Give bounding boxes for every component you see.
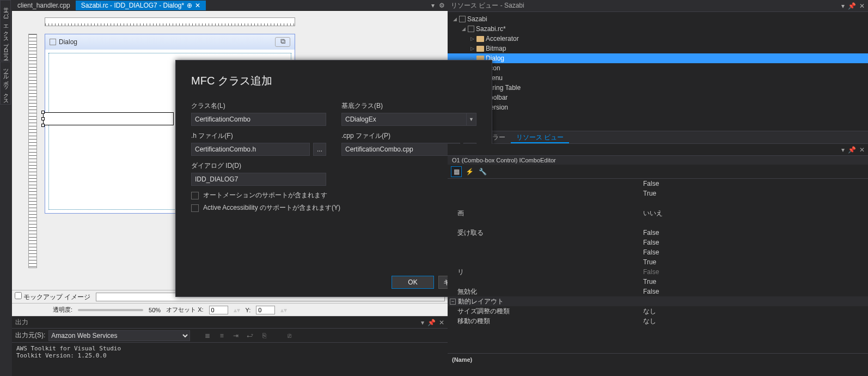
cpp-file-input[interactable] [341, 143, 460, 156]
prop-category[interactable]: −動的レイアウト [448, 296, 868, 306]
events-button[interactable]: ⚡ [464, 166, 475, 177]
stepper-icon[interactable]: ▴▾ [234, 306, 240, 314]
dropdown-icon[interactable]: ▾ [841, 146, 845, 154]
tree-row[interactable]: ▷Accelerator [448, 34, 868, 44]
prop-desc-title: (Name) [452, 356, 472, 363]
h-file-browse-button[interactable]: ... [313, 143, 326, 156]
pin-icon[interactable]: ⊕ [187, 2, 192, 9]
categorized-button[interactable]: ▦ [451, 166, 462, 177]
expand-icon[interactable]: ▷ [469, 46, 475, 51]
prop-row[interactable]: 受け取るFalse [448, 228, 868, 238]
dropdown-icon[interactable]: ▾ [841, 2, 845, 10]
collapse-icon[interactable]: − [450, 299, 456, 305]
pin-icon[interactable]: 📌 [848, 2, 856, 10]
prop-row[interactable]: サイズ調整の種類なし [448, 306, 868, 316]
tree-row-dialog[interactable]: ▷Dialog [448, 53, 868, 63]
h-file-input[interactable] [191, 143, 310, 156]
vertical-ruler [28, 34, 37, 268]
prop-row[interactable]: 画いいえ [448, 208, 868, 218]
tree-row[interactable]: ◢Sazabi [448, 14, 868, 24]
close-icon[interactable]: ✕ [859, 2, 865, 10]
toolbar-btn[interactable]: ⎘ [259, 331, 270, 341]
gear-icon[interactable]: ⚙ [439, 2, 445, 9]
rc-icon [468, 26, 474, 32]
resource-tree[interactable]: ◢Sazabi ◢Sazabi.rc* ▷Accelerator ▷Bitmap… [448, 12, 868, 131]
toolbar-btn[interactable]: ⮐ [244, 331, 255, 341]
dialog-id-input[interactable] [191, 173, 326, 186]
properties-toolbar: ▦ ⚡ 🔧 [448, 165, 868, 179]
close-icon[interactable]: ✕ [859, 146, 865, 154]
base-class-select[interactable]: CDialogEx [341, 113, 467, 126]
prop-row[interactable]: False [448, 238, 868, 247]
tab-client-handler[interactable]: client_handler.cpp [12, 1, 76, 10]
output-text[interactable]: AWS Toolkit for Visual Studio Toolkit Ve… [12, 343, 448, 376]
output-source-select[interactable]: Amazon Web Services [48, 330, 190, 341]
vtab-toolbox[interactable]: ツールボックス [0, 62, 11, 105]
dialog-id-label: ダイアログ ID(D) [191, 161, 326, 171]
offset-x-input[interactable] [209, 306, 228, 314]
chevron-down-icon[interactable]: ▼ [467, 113, 476, 126]
tab-resource-view[interactable]: リソース ビュー [511, 131, 569, 143]
resize-handle[interactable] [41, 111, 45, 114]
opacity-slider[interactable] [78, 309, 143, 311]
tree-row[interactable]: Toolbar [448, 93, 868, 102]
dropdown-icon[interactable]: ▾ [431, 2, 435, 9]
dialog-preview-titlebar[interactable]: Dialog ⧉ [45, 34, 295, 50]
tree-row[interactable]: ◢Sazabi.rc* [448, 24, 868, 34]
expand-icon[interactable]: ▷ [469, 36, 475, 41]
dropdown-icon[interactable]: ▾ [421, 319, 424, 326]
ok-button[interactable]: OK [392, 276, 434, 289]
properties-button[interactable]: 🔧 [477, 166, 488, 177]
toolbar-btn[interactable]: ⎚ [284, 331, 295, 341]
prop-row[interactable]: 無効化False [448, 287, 868, 296]
prop-row[interactable]: True [448, 277, 868, 287]
accessibility-label: Active Accessibility のサポートが含まれます(Y) [203, 203, 340, 213]
resource-view-header: リソース ビュー - Sazabi ▾ 📌 ✕ [448, 0, 868, 12]
stepper-icon[interactable]: ▴▾ [280, 306, 287, 314]
output-panel: 出力 ▾ 📌 ✕ 出力元(S): Amazon Web Services ≣ ≡… [12, 316, 448, 376]
automation-checkbox-row[interactable]: オートメーションのサポートが含まれます [191, 189, 476, 202]
resize-handle[interactable] [41, 124, 45, 127]
collapse-icon[interactable]: ◢ [461, 26, 466, 32]
combo-control[interactable] [43, 112, 174, 125]
collapse-icon[interactable]: ◢ [452, 16, 457, 22]
prop-row[interactable]: リFalse [448, 267, 868, 277]
close-icon[interactable]: ✕ [439, 319, 444, 326]
class-name-label: クラス名(L) [191, 101, 326, 111]
tree-row[interactable]: ✕Icon [448, 63, 868, 73]
horizontal-ruler [45, 17, 295, 26]
tree-row[interactable]: Version [448, 102, 868, 112]
tab-sazabi-rc[interactable]: Sazabi.rc - IDD_DIALOG7 - Dialog* ⊕ ✕ [76, 1, 206, 10]
prop-row[interactable]: False [448, 179, 868, 189]
class-name-input[interactable] [191, 113, 326, 126]
pin-icon[interactable]: 📌 [848, 146, 856, 154]
prop-row[interactable]: False [448, 247, 868, 257]
tree-label: Sazabi.rc* [476, 25, 506, 33]
checkbox-icon[interactable] [191, 192, 199, 199]
tree-row[interactable]: Menu [448, 73, 868, 83]
properties-subject[interactable]: O1 (Combo-box Control) IComboEditor [448, 156, 868, 165]
folder-icon [476, 46, 484, 52]
prop-row[interactable]: True [448, 257, 868, 267]
close-icon[interactable]: ✕ [195, 2, 200, 9]
tree-row[interactable]: String Table [448, 83, 868, 93]
resize-handle[interactable] [41, 117, 45, 120]
properties-grid[interactable]: False True 画いいえ 受け取るFalse False False Tr… [448, 179, 868, 353]
toolbar-btn[interactable]: ≣ [202, 331, 213, 341]
toolbar-btn[interactable]: ≡ [216, 331, 227, 341]
tree-row[interactable]: ▷Bitmap [448, 44, 868, 53]
pin-icon[interactable]: 📌 [427, 319, 436, 326]
prop-row[interactable]: True [448, 189, 868, 198]
mockup-checkbox-input[interactable] [15, 292, 22, 299]
accessibility-checkbox-row[interactable]: Active Accessibility のサポートが含まれます(Y) [191, 202, 476, 214]
close-icon[interactable]: ⧉ [275, 37, 290, 47]
toolbar-btn[interactable]: ⇥ [230, 331, 241, 341]
checkbox-icon[interactable] [191, 204, 199, 212]
tree-label: Sazabi [467, 15, 487, 23]
vtab-server-explorer[interactable]: サーバー エクスプローラー [0, 0, 11, 60]
mockup-checkbox[interactable]: モックアップ イメージ [15, 292, 90, 302]
prop-row[interactable]: 移動の種類なし [448, 316, 868, 326]
tree-label: Accelerator [486, 35, 519, 43]
offset-y-input[interactable] [256, 306, 275, 314]
project-icon [459, 16, 466, 22]
